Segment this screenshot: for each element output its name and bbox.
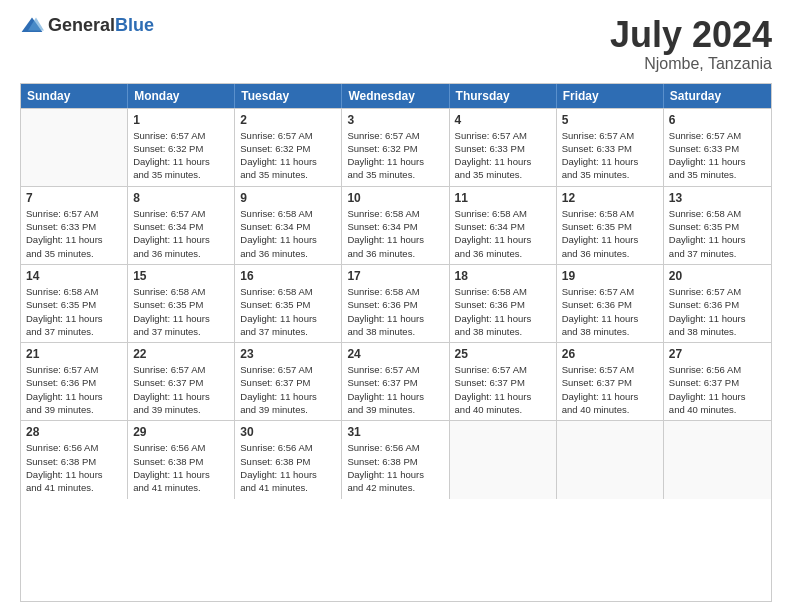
calendar-week-2: 7Sunrise: 6:57 AM Sunset: 6:33 PM Daylig…	[21, 187, 771, 265]
header-thursday: Thursday	[450, 84, 557, 108]
cell-info: Sunrise: 6:58 AM Sunset: 6:36 PM Dayligh…	[347, 285, 443, 338]
calendar-cell	[450, 421, 557, 498]
cell-info: Sunrise: 6:56 AM Sunset: 6:38 PM Dayligh…	[347, 441, 443, 494]
calendar-cell: 18Sunrise: 6:58 AM Sunset: 6:36 PM Dayli…	[450, 265, 557, 342]
header-monday: Monday	[128, 84, 235, 108]
calendar-cell: 28Sunrise: 6:56 AM Sunset: 6:38 PM Dayli…	[21, 421, 128, 498]
cell-day-number: 27	[669, 347, 766, 361]
cell-info: Sunrise: 6:57 AM Sunset: 6:37 PM Dayligh…	[562, 363, 658, 416]
calendar-cell: 2Sunrise: 6:57 AM Sunset: 6:32 PM Daylig…	[235, 109, 342, 186]
cell-day-number: 7	[26, 191, 122, 205]
calendar-cell: 15Sunrise: 6:58 AM Sunset: 6:35 PM Dayli…	[128, 265, 235, 342]
calendar-cell: 27Sunrise: 6:56 AM Sunset: 6:37 PM Dayli…	[664, 343, 771, 420]
calendar-week-3: 14Sunrise: 6:58 AM Sunset: 6:35 PM Dayli…	[21, 265, 771, 343]
logo: GeneralBlue	[20, 15, 154, 36]
cell-day-number: 5	[562, 113, 658, 127]
calendar-week-4: 21Sunrise: 6:57 AM Sunset: 6:36 PM Dayli…	[21, 343, 771, 421]
calendar-cell: 20Sunrise: 6:57 AM Sunset: 6:36 PM Dayli…	[664, 265, 771, 342]
title-block: July 2024 Njombe, Tanzania	[610, 15, 772, 73]
cell-info: Sunrise: 6:57 AM Sunset: 6:36 PM Dayligh…	[26, 363, 122, 416]
cell-day-number: 15	[133, 269, 229, 283]
cell-info: Sunrise: 6:57 AM Sunset: 6:36 PM Dayligh…	[562, 285, 658, 338]
calendar-cell: 14Sunrise: 6:58 AM Sunset: 6:35 PM Dayli…	[21, 265, 128, 342]
cell-info: Sunrise: 6:57 AM Sunset: 6:32 PM Dayligh…	[240, 129, 336, 182]
calendar-cell: 6Sunrise: 6:57 AM Sunset: 6:33 PM Daylig…	[664, 109, 771, 186]
cell-day-number: 30	[240, 425, 336, 439]
header-saturday: Saturday	[664, 84, 771, 108]
calendar-cell: 8Sunrise: 6:57 AM Sunset: 6:34 PM Daylig…	[128, 187, 235, 264]
cell-info: Sunrise: 6:58 AM Sunset: 6:35 PM Dayligh…	[669, 207, 766, 260]
cell-day-number: 6	[669, 113, 766, 127]
calendar-cell	[664, 421, 771, 498]
subtitle: Njombe, Tanzania	[610, 55, 772, 73]
calendar-body: 1Sunrise: 6:57 AM Sunset: 6:32 PM Daylig…	[21, 108, 771, 499]
calendar-cell: 3Sunrise: 6:57 AM Sunset: 6:32 PM Daylig…	[342, 109, 449, 186]
cell-info: Sunrise: 6:58 AM Sunset: 6:35 PM Dayligh…	[562, 207, 658, 260]
calendar-cell: 23Sunrise: 6:57 AM Sunset: 6:37 PM Dayli…	[235, 343, 342, 420]
cell-day-number: 28	[26, 425, 122, 439]
calendar-cell: 17Sunrise: 6:58 AM Sunset: 6:36 PM Dayli…	[342, 265, 449, 342]
cell-day-number: 4	[455, 113, 551, 127]
calendar-cell: 22Sunrise: 6:57 AM Sunset: 6:37 PM Dayli…	[128, 343, 235, 420]
page: GeneralBlue July 2024 Njombe, Tanzania S…	[0, 0, 792, 612]
logo-general: General	[48, 15, 115, 35]
header: GeneralBlue July 2024 Njombe, Tanzania	[20, 15, 772, 73]
cell-day-number: 21	[26, 347, 122, 361]
cell-info: Sunrise: 6:57 AM Sunset: 6:37 PM Dayligh…	[455, 363, 551, 416]
calendar-cell: 10Sunrise: 6:58 AM Sunset: 6:34 PM Dayli…	[342, 187, 449, 264]
logo-blue: Blue	[115, 15, 154, 35]
cell-info: Sunrise: 6:58 AM Sunset: 6:35 PM Dayligh…	[26, 285, 122, 338]
cell-info: Sunrise: 6:57 AM Sunset: 6:32 PM Dayligh…	[133, 129, 229, 182]
calendar-cell	[21, 109, 128, 186]
cell-day-number: 2	[240, 113, 336, 127]
calendar-cell: 30Sunrise: 6:56 AM Sunset: 6:38 PM Dayli…	[235, 421, 342, 498]
cell-day-number: 26	[562, 347, 658, 361]
main-title: July 2024	[610, 15, 772, 55]
calendar-cell: 25Sunrise: 6:57 AM Sunset: 6:37 PM Dayli…	[450, 343, 557, 420]
calendar-cell: 19Sunrise: 6:57 AM Sunset: 6:36 PM Dayli…	[557, 265, 664, 342]
cell-info: Sunrise: 6:57 AM Sunset: 6:37 PM Dayligh…	[347, 363, 443, 416]
calendar-cell: 29Sunrise: 6:56 AM Sunset: 6:38 PM Dayli…	[128, 421, 235, 498]
cell-info: Sunrise: 6:56 AM Sunset: 6:38 PM Dayligh…	[240, 441, 336, 494]
cell-info: Sunrise: 6:57 AM Sunset: 6:33 PM Dayligh…	[562, 129, 658, 182]
cell-day-number: 19	[562, 269, 658, 283]
calendar-cell: 4Sunrise: 6:57 AM Sunset: 6:33 PM Daylig…	[450, 109, 557, 186]
cell-info: Sunrise: 6:57 AM Sunset: 6:32 PM Dayligh…	[347, 129, 443, 182]
calendar-cell: 26Sunrise: 6:57 AM Sunset: 6:37 PM Dayli…	[557, 343, 664, 420]
cell-day-number: 3	[347, 113, 443, 127]
cell-day-number: 11	[455, 191, 551, 205]
cell-info: Sunrise: 6:57 AM Sunset: 6:34 PM Dayligh…	[133, 207, 229, 260]
calendar-cell: 31Sunrise: 6:56 AM Sunset: 6:38 PM Dayli…	[342, 421, 449, 498]
cell-info: Sunrise: 6:57 AM Sunset: 6:33 PM Dayligh…	[455, 129, 551, 182]
cell-info: Sunrise: 6:57 AM Sunset: 6:37 PM Dayligh…	[133, 363, 229, 416]
calendar-cell: 21Sunrise: 6:57 AM Sunset: 6:36 PM Dayli…	[21, 343, 128, 420]
calendar-cell: 9Sunrise: 6:58 AM Sunset: 6:34 PM Daylig…	[235, 187, 342, 264]
cell-day-number: 12	[562, 191, 658, 205]
calendar-cell: 24Sunrise: 6:57 AM Sunset: 6:37 PM Dayli…	[342, 343, 449, 420]
logo-text: GeneralBlue	[48, 15, 154, 36]
cell-info: Sunrise: 6:56 AM Sunset: 6:38 PM Dayligh…	[133, 441, 229, 494]
calendar-week-5: 28Sunrise: 6:56 AM Sunset: 6:38 PM Dayli…	[21, 421, 771, 498]
calendar-cell: 11Sunrise: 6:58 AM Sunset: 6:34 PM Dayli…	[450, 187, 557, 264]
calendar-cell: 1Sunrise: 6:57 AM Sunset: 6:32 PM Daylig…	[128, 109, 235, 186]
cell-info: Sunrise: 6:58 AM Sunset: 6:35 PM Dayligh…	[240, 285, 336, 338]
cell-day-number: 14	[26, 269, 122, 283]
header-sunday: Sunday	[21, 84, 128, 108]
calendar-cell	[557, 421, 664, 498]
cell-day-number: 25	[455, 347, 551, 361]
cell-info: Sunrise: 6:57 AM Sunset: 6:37 PM Dayligh…	[240, 363, 336, 416]
cell-day-number: 8	[133, 191, 229, 205]
logo-icon	[20, 16, 44, 36]
cell-day-number: 9	[240, 191, 336, 205]
cell-info: Sunrise: 6:57 AM Sunset: 6:33 PM Dayligh…	[669, 129, 766, 182]
cell-day-number: 1	[133, 113, 229, 127]
calendar-cell: 5Sunrise: 6:57 AM Sunset: 6:33 PM Daylig…	[557, 109, 664, 186]
cell-day-number: 13	[669, 191, 766, 205]
cell-day-number: 22	[133, 347, 229, 361]
cell-day-number: 17	[347, 269, 443, 283]
cell-day-number: 23	[240, 347, 336, 361]
cell-info: Sunrise: 6:58 AM Sunset: 6:34 PM Dayligh…	[240, 207, 336, 260]
cell-info: Sunrise: 6:58 AM Sunset: 6:34 PM Dayligh…	[347, 207, 443, 260]
calendar-cell: 16Sunrise: 6:58 AM Sunset: 6:35 PM Dayli…	[235, 265, 342, 342]
cell-info: Sunrise: 6:58 AM Sunset: 6:35 PM Dayligh…	[133, 285, 229, 338]
